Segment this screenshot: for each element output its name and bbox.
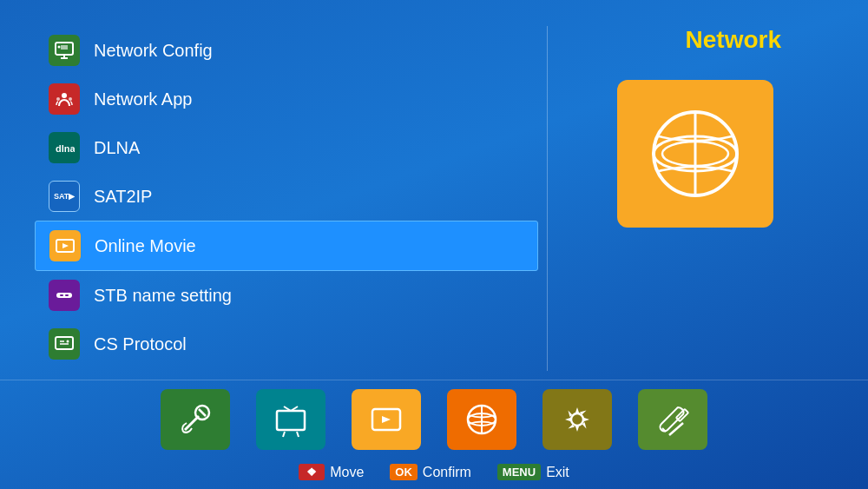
svg-rect-15 [56, 337, 73, 349]
help-move: ❖ Move [299, 464, 364, 480]
bottom-nav [0, 380, 868, 457]
feature-icon-box [617, 80, 773, 228]
svg-rect-14 [65, 294, 69, 296]
menu-item-network-app[interactable]: Network App [35, 75, 538, 123]
menu-item-cs-protocol[interactable]: CS Protocol [35, 320, 538, 368]
svg-point-7 [69, 97, 72, 101]
globe-nav-icon [463, 400, 501, 439]
menu-label-online-movie: Online Movie [95, 236, 196, 256]
svg-point-36 [571, 413, 583, 426]
svg-point-6 [56, 97, 60, 101]
menu-list: Network Config Network A [35, 26, 538, 368]
menu-section: Network Config Network A [35, 26, 538, 371]
tv-nav-icon [272, 400, 310, 439]
menu-item-stb-name[interactable]: STB name setting [35, 271, 538, 320]
svg-marker-11 [62, 243, 69, 248]
online-movie-icon [49, 230, 81, 261]
right-panel: Network [556, 26, 833, 371]
divider [547, 26, 548, 371]
stb-name-icon [49, 280, 80, 311]
svg-marker-32 [382, 416, 391, 423]
nav-tv-button[interactable] [256, 389, 326, 450]
nav-network-button[interactable] [447, 389, 516, 450]
svg-line-27 [283, 432, 285, 437]
svg-text:dlna: dlna [56, 143, 75, 154]
confirm-badge: OK [390, 464, 418, 480]
menu-item-sat2ip[interactable]: SAT▶IP SAT2IP [35, 172, 538, 221]
svg-rect-12 [56, 293, 72, 298]
nav-satellite-button[interactable] [161, 389, 230, 450]
satellite-nav-icon [176, 400, 214, 439]
svg-rect-26 [277, 411, 305, 430]
exit-label: Exit [546, 465, 569, 480]
tools-nav-icon [654, 400, 692, 439]
svg-line-28 [297, 432, 299, 437]
media-nav-icon [367, 400, 405, 439]
main-container: Network Config Network A [0, 0, 868, 489]
svg-line-25 [199, 409, 206, 416]
network-app-icon [49, 83, 80, 115]
menu-label-dlna: DLNA [94, 138, 140, 158]
menu-label-stb-name: STB name setting [94, 286, 232, 306]
move-badge: ❖ [299, 464, 325, 480]
help-exit: MENU Exit [497, 464, 569, 480]
help-confirm: OK Confirm [390, 464, 471, 480]
menu-label-network-config: Network Config [94, 41, 213, 61]
svg-point-18 [67, 340, 69, 343]
svg-text:SAT▶IP: SAT▶IP [54, 192, 75, 201]
globe-icon [643, 102, 747, 206]
svg-line-38 [669, 423, 683, 435]
section-title: Network [686, 26, 781, 54]
help-bar: ❖ Move OK Confirm MENU Exit [0, 457, 868, 489]
menu-label-sat2ip: SAT2IP [94, 187, 152, 207]
network-config-icon [49, 35, 80, 66]
menu-label-network-app: Network App [94, 89, 192, 109]
exit-badge: MENU [497, 464, 541, 480]
content-area: Network Config Network A [0, 0, 868, 380]
move-label: Move [330, 465, 364, 480]
svg-point-4 [58, 46, 61, 49]
gear-nav-icon [558, 400, 596, 439]
menu-item-dlna[interactable]: dlna DLNA [35, 123, 538, 172]
nav-settings-button[interactable] [542, 389, 612, 450]
menu-item-network-config[interactable]: Network Config [35, 26, 538, 75]
nav-media-button[interactable] [352, 389, 421, 450]
menu-label-cs-protocol: CS Protocol [94, 334, 187, 354]
svg-rect-1 [61, 45, 68, 50]
svg-rect-13 [60, 294, 63, 296]
confirm-label: Confirm [423, 465, 471, 480]
dlna-icon: dlna [49, 132, 80, 163]
svg-point-5 [62, 93, 67, 98]
cs-protocol-icon [49, 328, 80, 360]
menu-item-online-movie[interactable]: Online Movie [35, 221, 538, 271]
nav-tools-button[interactable] [638, 389, 707, 450]
sat2ip-icon: SAT▶IP [49, 181, 80, 212]
